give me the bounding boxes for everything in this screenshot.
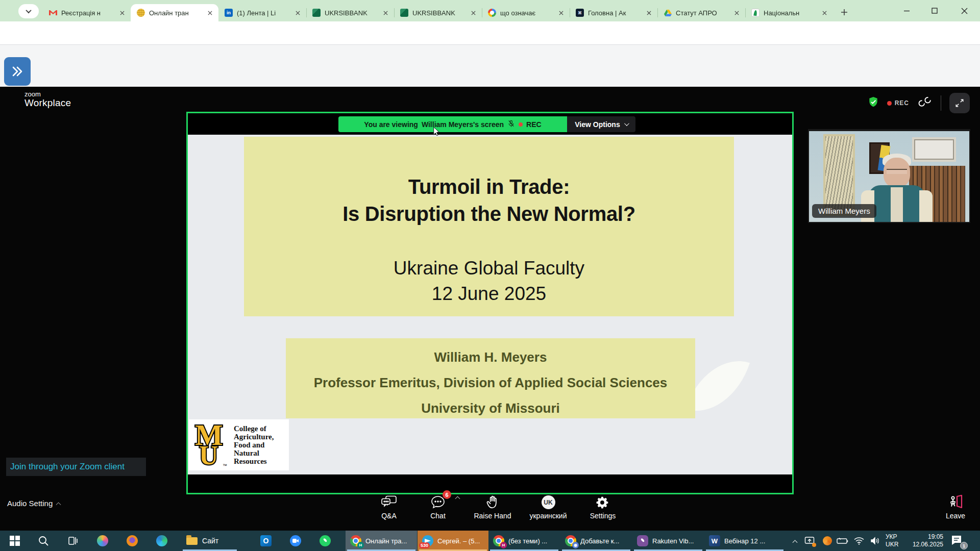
- tab-linkedin[interactable]: in (1) Лента | Li: [218, 4, 306, 21]
- windows-logo-icon: [10, 536, 20, 546]
- outlook-icon: O: [260, 535, 272, 546]
- close-icon[interactable]: [293, 8, 302, 17]
- audio-setting-button[interactable]: Audio Setting: [7, 499, 60, 508]
- chevron-down-icon: [624, 121, 629, 126]
- tab-ukrsibbank-2[interactable]: UKRSIBBANK: [394, 4, 482, 21]
- folder-icon: [186, 537, 198, 545]
- presenter-role: Professor Emeritus, Division of Applied …: [286, 370, 695, 395]
- settings-button[interactable]: Settings: [575, 494, 631, 527]
- raise-hand-button[interactable]: Raise Hand: [464, 494, 521, 527]
- tab-academy-home[interactable]: ⌘ Головна | Ак: [570, 4, 657, 21]
- taskbar-search-button[interactable]: [32, 531, 55, 551]
- tab-title: Національн: [764, 9, 818, 17]
- view-options-button[interactable]: View Options: [567, 116, 635, 132]
- close-icon[interactable]: [381, 8, 390, 17]
- shared-screen-frame: You are viewing William Meyers's screen …: [186, 112, 794, 494]
- window-close-button[interactable]: [952, 0, 976, 21]
- tab-national[interactable]: Національн: [745, 4, 833, 21]
- taskbar-app-word[interactable]: W Вебінар 12 ...: [704, 531, 785, 551]
- zoom-stage: zoom Workplace REC: [0, 87, 980, 531]
- zoom-logo-text: zoom: [24, 91, 71, 97]
- chevron-down-icon: [26, 8, 31, 13]
- explorer-site-folder-button[interactable]: Сайт: [181, 531, 238, 551]
- join-zoom-client-link[interactable]: Join through your Zoom client: [6, 458, 146, 476]
- qa-button[interactable]: Q&A: [361, 494, 417, 527]
- tab-title: UKRSIBBANK: [412, 9, 467, 17]
- tray-avast-button[interactable]: [821, 531, 834, 551]
- participant-video-tile[interactable]: William Meyers: [808, 129, 970, 223]
- close-icon[interactable]: [644, 8, 653, 17]
- search-icon: [38, 535, 49, 546]
- avg-button[interactable]: [120, 531, 144, 551]
- window-minimize-button[interactable]: [895, 0, 918, 21]
- window-maximize-button[interactable]: [923, 0, 946, 21]
- browser-toolbar: ugfacademy.mylearnworlds.com/path-player…: [0, 21, 980, 45]
- tray-battery-button[interactable]: [835, 531, 850, 551]
- tray-volume-button[interactable]: [868, 531, 883, 551]
- close-icon[interactable]: [820, 8, 829, 17]
- close-icon[interactable]: [117, 8, 127, 17]
- tray-cast-button[interactable]: [802, 531, 817, 551]
- notification-center-button[interactable]: 1: [950, 534, 966, 547]
- tab-google-search[interactable]: що означає: [482, 4, 570, 21]
- tab-search-button[interactable]: [18, 4, 39, 18]
- close-icon[interactable]: [205, 8, 214, 17]
- whatsapp-button[interactable]: [313, 531, 337, 551]
- interpretation-label: украинский: [529, 512, 567, 520]
- tab-online-broadcast-active[interactable]: Онлайн тран: [131, 4, 218, 21]
- date: 12.06.2025: [902, 541, 943, 548]
- chat-badge: 6: [443, 490, 451, 499]
- drive-icon: [664, 9, 672, 17]
- tab-ukrsibbank-1[interactable]: UKRSIBBANK: [306, 4, 394, 21]
- tray-wifi-button[interactable]: [851, 531, 867, 551]
- tray-expand-button[interactable]: [788, 531, 801, 551]
- notification-badge: 1: [960, 542, 968, 549]
- taskbar-app-add-account[interactable]: ◉ Добавьте к...: [560, 531, 632, 551]
- gallery-view-icon[interactable]: [917, 96, 933, 110]
- cast-status-dot: [812, 543, 816, 547]
- chevron-up-icon: [56, 502, 61, 507]
- settings-gear-icon: [596, 494, 609, 509]
- browser-tab-strip: Реєстрація н Онлайн тран in (1) Лента | …: [0, 0, 980, 21]
- start-button[interactable]: [3, 531, 27, 551]
- svg-text:U: U: [199, 441, 218, 468]
- new-tab-button[interactable]: [837, 5, 851, 19]
- chrome-icon: H: [493, 535, 504, 546]
- slide-presenter-box: William H. Meyers Professor Emeritus, Di…: [286, 338, 695, 418]
- copilot-button[interactable]: [91, 531, 114, 551]
- taskbar-app-viber[interactable]: Rakuten Vib...: [632, 531, 704, 551]
- close-icon[interactable]: [556, 8, 566, 17]
- globe-icon: [137, 9, 145, 17]
- participant-glasses: [887, 169, 907, 174]
- fullscreen-expand-button[interactable]: [949, 93, 970, 113]
- bank-icon: [400, 9, 408, 17]
- taskbar-app-online-broadcast[interactable]: H Онлайн тра...: [346, 531, 417, 551]
- outlook-button[interactable]: O: [254, 531, 278, 551]
- taskbar-app-telegram[interactable]: 530 Сергей. – (5...: [418, 531, 488, 551]
- tab-drive-document[interactable]: Статут АПРО: [657, 4, 745, 21]
- chrome-icon: ◉: [565, 535, 576, 546]
- edge-button[interactable]: [150, 531, 174, 551]
- share-header: You are viewing William Meyers's screen …: [188, 113, 792, 135]
- zoom-app-button[interactable]: [284, 531, 307, 551]
- tab-gmail[interactable]: Реєстрація н: [43, 4, 131, 21]
- speaker-icon: [870, 537, 880, 545]
- interpretation-button[interactable]: UK украинский: [520, 494, 576, 527]
- sidebar-expand-button[interactable]: [4, 57, 31, 86]
- slide-date: 12 June 2025: [244, 281, 734, 307]
- security-shield-icon[interactable]: [868, 96, 879, 110]
- task-view-button[interactable]: [61, 531, 85, 551]
- language-indicator[interactable]: УКР UKR: [886, 533, 898, 548]
- presenter-university: University of Missouri: [286, 395, 695, 421]
- close-icon[interactable]: [732, 8, 741, 17]
- clock[interactable]: 19:05 12.06.2025: [902, 533, 943, 548]
- qa-icon: [381, 494, 397, 509]
- tab-title: Реєстрація н: [61, 9, 115, 17]
- chat-more-chevron-icon[interactable]: [455, 496, 460, 502]
- settings-label: Settings: [590, 512, 616, 520]
- chat-button[interactable]: 6 Chat: [410, 494, 466, 527]
- taskbar-app-mail-compose[interactable]: H (без теми) ...: [488, 531, 560, 551]
- leave-button[interactable]: Leave: [927, 494, 980, 527]
- close-icon[interactable]: [469, 8, 478, 17]
- raise-hand-icon: [486, 494, 499, 509]
